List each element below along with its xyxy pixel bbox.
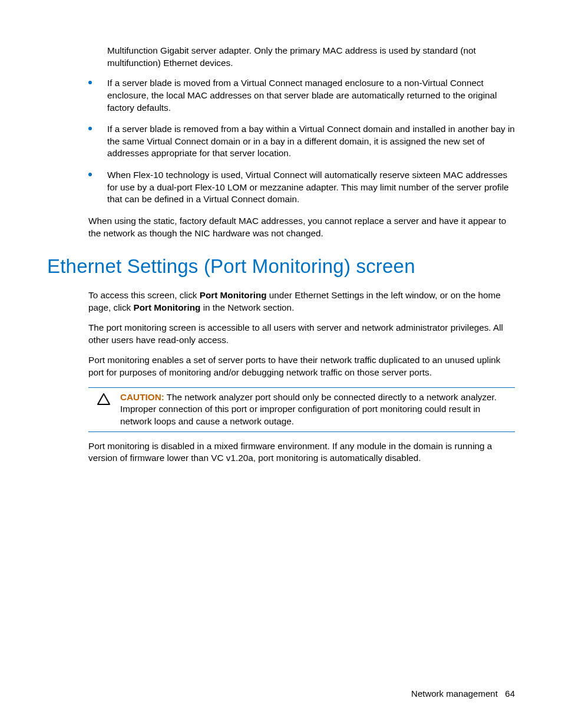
- disabled-paragraph: Port monitoring is disabled in a mixed f…: [88, 440, 515, 465]
- bullet-text: If a server blade is removed from a bay …: [107, 124, 515, 158]
- page: Multifunction Gigabit server adapter. On…: [0, 0, 562, 728]
- text-run: in the Network section.: [200, 302, 294, 312]
- bold-port-monitoring-1: Port Monitoring: [200, 290, 267, 300]
- bullet-icon: [88, 127, 92, 130]
- bullet-item: If a server blade is moved from a Virtua…: [88, 77, 515, 114]
- bold-port-monitoring-2: Port Monitoring: [134, 302, 201, 312]
- caution-icon: [97, 393, 111, 409]
- page-footer: Network management 64: [411, 688, 515, 700]
- bullet-text: If a server blade is moved from a Virtua…: [107, 78, 497, 112]
- caution-text: CAUTION: The network analyzer port shoul…: [120, 391, 515, 428]
- bullet-item: If a server blade is removed from a bay …: [88, 123, 515, 160]
- privileges-paragraph: The port monitoring screen is accessible…: [88, 322, 515, 346]
- caution-body: The network analyzer port should only be…: [120, 392, 497, 426]
- footer-section: Network management: [411, 689, 498, 699]
- enable-paragraph: Port monitoring enables a set of server …: [88, 354, 515, 378]
- bullet-icon: [88, 81, 92, 84]
- text-run: To access this screen, click: [88, 290, 200, 300]
- continuation-paragraph: Multifunction Gigabit server adapter. On…: [107, 45, 515, 69]
- caution-label: CAUTION:: [120, 392, 164, 402]
- caution-callout: CAUTION: The network analyzer port shoul…: [88, 387, 515, 432]
- section-heading: Ethernet Settings (Port Monitoring) scre…: [47, 253, 515, 280]
- bullet-text: When Flex-10 technology is used, Virtual…: [107, 170, 509, 204]
- bullet-list: If a server blade is moved from a Virtua…: [47, 77, 515, 206]
- bullet-item: When Flex-10 technology is used, Virtual…: [88, 169, 515, 206]
- post-bullets-paragraph: When using the static, factory default M…: [88, 215, 515, 239]
- bullet-icon: [88, 173, 92, 176]
- footer-page-number: 64: [505, 689, 515, 699]
- access-paragraph: To access this screen, click Port Monito…: [88, 289, 515, 314]
